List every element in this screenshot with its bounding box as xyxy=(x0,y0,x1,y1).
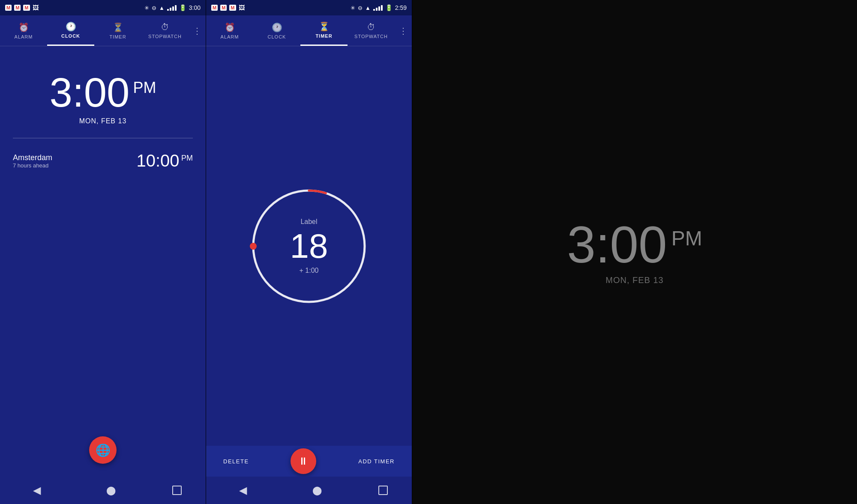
signal-bars-1 xyxy=(167,5,177,11)
clock-time-main: 3:00 xyxy=(50,72,130,113)
tab-timer-2[interactable]: ⏳ TIMER xyxy=(300,15,348,46)
recents-button-2[interactable] xyxy=(378,486,388,495)
world-clock-time-display: 10:00 PM xyxy=(136,151,193,170)
more-menu-1[interactable]: ⋮ xyxy=(189,15,206,46)
status-time-2: 2:59 xyxy=(395,4,407,11)
timer-circle: Label 18 + 1:00 xyxy=(249,186,369,306)
tab-stopwatch-label-1: STOPWATCH xyxy=(148,34,182,39)
alarm-icon-1: ⏰ xyxy=(18,22,29,33)
wifi-icon-1: ▲ xyxy=(159,5,165,11)
photo-icon-1: 🖼 xyxy=(33,4,39,11)
minus-icon-2: ⊖ xyxy=(358,5,363,11)
status-bar-right-1: ✳ ⊖ ▲ 🔋 3:00 xyxy=(144,4,201,11)
fab-container-1: 🌐 xyxy=(13,436,193,477)
timer-number: 18 xyxy=(290,229,328,263)
tab-clock-2[interactable]: 🕐 CLOCK xyxy=(253,15,300,46)
bluetooth-icon-2: ✳ xyxy=(351,5,355,11)
tab-alarm-label-2: ALARM xyxy=(221,34,239,39)
lock-time-ampm: PM xyxy=(671,227,702,250)
world-clock-city: Amsterdam xyxy=(13,153,52,162)
battery-icon-2: 🔋 xyxy=(385,4,393,11)
world-clock-time: 10:00 xyxy=(136,151,179,170)
stopwatch-icon-2: ⏱ xyxy=(367,22,375,32)
gmail-icon-2: M xyxy=(14,5,21,11)
timer-label-text: Label xyxy=(290,218,328,226)
clock-icon-1: 🕐 xyxy=(66,21,76,32)
home-button-1[interactable]: ⬤ xyxy=(98,477,124,503)
minus-icon-1: ⊖ xyxy=(152,5,156,11)
clock-icon-2: 🕐 xyxy=(272,22,282,33)
lock-date: MON, FEB 13 xyxy=(605,275,663,285)
pause-timer-button[interactable]: ⏸ xyxy=(291,448,316,474)
status-bar-2: M M M 🖼 ✳ ⊖ ▲ 🔋 2:59 xyxy=(206,0,412,15)
home-button-2[interactable]: ⬤ xyxy=(304,477,330,503)
lock-time-main: 3:00 xyxy=(567,219,667,270)
more-menu-2[interactable]: ⋮ xyxy=(395,15,412,46)
clock-date: MON, FEB 13 xyxy=(13,117,193,125)
tab-stopwatch-1[interactable]: ⏱ STOPWATCH xyxy=(141,15,189,46)
bluetooth-icon-1: ✳ xyxy=(144,5,149,11)
panel-clock: M M M 🖼 ✳ ⊖ ▲ 🔋 3:00 ⏰ ALARM 🕐 CLOC xyxy=(0,0,206,504)
nav-tabs-1: ⏰ ALARM 🕐 CLOCK ⏳ TIMER ⏱ STOPWATCH ⋮ xyxy=(0,15,206,46)
add-world-clock-button[interactable]: 🌐 xyxy=(89,436,117,464)
tab-timer-label-2: TIMER xyxy=(315,33,332,39)
timer-dot xyxy=(250,243,257,250)
tab-clock-label-2: CLOCK xyxy=(268,34,286,39)
clock-time-display: 3:00 PM xyxy=(13,72,193,113)
status-bar-left-1: M M M 🖼 xyxy=(5,4,39,11)
panel-lockscreen: 3:00 PM MON, FEB 13 xyxy=(412,0,857,504)
status-bar-right-2: ✳ ⊖ ▲ 🔋 2:59 xyxy=(351,4,407,11)
bottom-nav-1: ◀ ⬤ xyxy=(0,477,206,504)
timer-icon-1: ⏳ xyxy=(113,22,123,33)
gmail-icon-6: M xyxy=(229,5,236,11)
bottom-nav-2: ◀ ⬤ xyxy=(206,477,412,504)
tab-stopwatch-2[interactable]: ⏱ STOPWATCH xyxy=(348,15,395,46)
back-button-2[interactable]: ◀ xyxy=(230,477,256,503)
panel-timer: M M M 🖼 ✳ ⊖ ▲ 🔋 2:59 ⏰ ALARM 🕐 CLOC xyxy=(206,0,412,504)
status-bar-left-2: M M M 🖼 xyxy=(211,4,245,11)
pause-icon: ⏸ xyxy=(298,455,309,467)
world-clock-item[interactable]: Amsterdam 7 hours ahead 10:00 PM xyxy=(13,147,193,175)
tab-timer-1[interactable]: ⏳ TIMER xyxy=(94,15,141,46)
timer-main-content: Label 18 + 1:00 xyxy=(206,46,412,446)
nav-tabs-2: ⏰ ALARM 🕐 CLOCK ⏳ TIMER ⏱ STOPWATCH ⋮ xyxy=(206,15,412,46)
alarm-icon-2: ⏰ xyxy=(225,22,235,33)
status-time-1: 3:00 xyxy=(189,4,201,11)
tab-clock-1[interactable]: 🕐 CLOCK xyxy=(47,15,94,46)
tab-clock-label-1: CLOCK xyxy=(61,33,80,39)
gmail-icon-4: M xyxy=(211,5,218,11)
stopwatch-icon-1: ⏱ xyxy=(161,22,169,32)
world-clock-offset: 7 hours ahead xyxy=(13,162,52,169)
tab-stopwatch-label-2: STOPWATCH xyxy=(354,34,388,39)
recents-button-1[interactable] xyxy=(172,486,182,495)
clock-main-content: 3:00 PM MON, FEB 13 Amsterdam 7 hours ah… xyxy=(0,46,206,477)
photo-icon-2: 🖼 xyxy=(239,4,245,11)
clock-divider xyxy=(13,138,193,138)
gmail-icon-1: M xyxy=(5,5,12,11)
lock-time-display: 3:00 PM xyxy=(567,219,702,270)
world-clock-time-ampm: PM xyxy=(181,154,193,163)
world-clock-city-info: Amsterdam 7 hours ahead xyxy=(13,153,52,169)
tab-alarm-2[interactable]: ⏰ ALARM xyxy=(206,15,253,46)
delete-timer-button[interactable]: DELETE xyxy=(223,458,249,465)
gmail-icon-5: M xyxy=(220,5,227,11)
back-button-1[interactable]: ◀ xyxy=(24,477,50,503)
globe-icon: 🌐 xyxy=(96,443,111,457)
wifi-icon-2: ▲ xyxy=(365,5,371,11)
timer-plus-time: + 1:00 xyxy=(290,267,328,274)
tab-alarm-label-1: ALARM xyxy=(15,34,33,39)
status-bar-1: M M M 🖼 ✳ ⊖ ▲ 🔋 3:00 xyxy=(0,0,206,15)
signal-bars-2 xyxy=(373,5,383,11)
timer-icon-2: ⏳ xyxy=(319,21,330,32)
add-timer-button[interactable]: ADD TIMER xyxy=(358,458,395,465)
battery-icon-1: 🔋 xyxy=(179,4,186,11)
tab-alarm-1[interactable]: ⏰ ALARM xyxy=(0,15,47,46)
clock-time-ampm: PM xyxy=(133,79,156,97)
gmail-icon-3: M xyxy=(23,5,30,11)
tab-timer-label-1: TIMER xyxy=(109,34,126,39)
timer-inner-display: Label 18 + 1:00 xyxy=(290,218,328,274)
timer-bottom-bar: DELETE ⏸ ADD TIMER xyxy=(206,446,412,477)
